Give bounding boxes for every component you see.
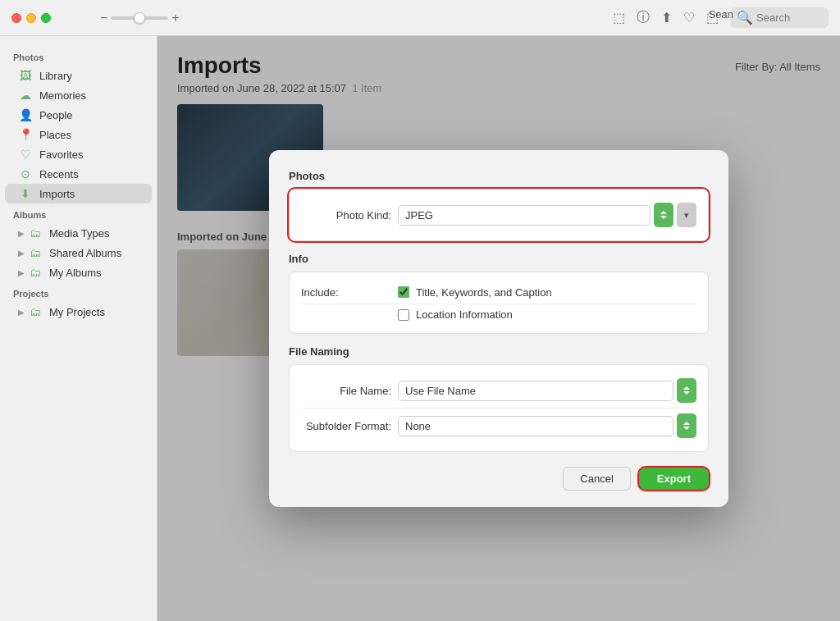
export-button[interactable]: Export <box>639 468 709 490</box>
zoom-plus-button[interactable]: + <box>171 11 179 25</box>
sidebar-section-photos: Photos <box>0 46 157 66</box>
my-albums-icon: 🗂 <box>28 266 43 279</box>
photo-kind-select[interactable]: JPEG TIFF PNG Original <box>398 205 651 226</box>
subfolder-select[interactable]: None Moment Name Date <box>398 416 673 436</box>
title-keywords-checkbox[interactable] <box>398 286 409 298</box>
file-name-row: File Name: Use File Name Sequential Date… <box>301 373 696 408</box>
sidebar-item-label: Library <box>39 70 72 82</box>
photo-kind-dropdown-arrow[interactable]: ▾ <box>677 203 696 227</box>
export-button-wrapper: Export <box>639 468 709 490</box>
file-name-select[interactable]: Use File Name Sequential Date/Time <box>398 381 673 401</box>
file-name-label: File Name: <box>301 385 391 397</box>
app-layout: Photos 🖼 Library ☁ Memories 👤 People 📍 P… <box>0 36 840 621</box>
sidebar-item-label: Recents <box>39 168 79 180</box>
media-types-icon: 🗂 <box>28 226 43 240</box>
sidebar-item-recents[interactable]: ⊙ Recents <box>5 164 152 184</box>
zoom-slider-thumb <box>134 12 145 24</box>
sidebar-item-places[interactable]: 📍 Places <box>5 125 152 144</box>
include-location-row: Location Information <box>301 304 696 325</box>
sidebar-item-people[interactable]: 👤 People <box>5 105 152 125</box>
zoom-control: − + <box>100 11 180 25</box>
places-icon: 📍 <box>18 128 33 141</box>
expand-icon: ▶ <box>18 229 25 238</box>
my-projects-icon: 🗂 <box>28 305 43 318</box>
recents-icon: ⊙ <box>18 167 33 180</box>
sidebar-item-label: My Projects <box>49 306 105 318</box>
photo-kind-box: Photo Kind: JPEG TIFF PNG Original <box>289 189 709 241</box>
include-title-row: Include: Title, Keywords, and Caption <box>301 281 696 304</box>
stepper-down-icon <box>660 216 667 219</box>
file-naming-box: File Name: Use File Name Sequential Date… <box>289 364 709 452</box>
stepper-up-icon <box>660 211 667 214</box>
cancel-button[interactable]: Cancel <box>563 467 630 491</box>
location-label: Location Information <box>416 308 513 321</box>
subfolder-select-wrapper: None Moment Name Date <box>398 413 696 438</box>
sidebar-item-label: My Albums <box>49 267 102 279</box>
info-box: Include: Title, Keywords, and Caption Lo… <box>289 272 709 334</box>
export-modal: Photos Photo Kind: JPEG TIFF PNG Origina… <box>269 150 728 507</box>
subfolder-row: Subfolder Format: None Moment Name Date <box>301 408 696 443</box>
subfolder-stepper[interactable] <box>677 413 696 438</box>
sidebar-section-albums: Albums <box>0 203 157 223</box>
photo-kind-label: Photo Kind: <box>301 209 391 221</box>
main-content: Imports Imported on June 28, 2022 at 15:… <box>158 36 840 621</box>
modal-photos-section: Photos Photo Kind: JPEG TIFF PNG Origina… <box>289 170 709 241</box>
modal-overlay: Photos Photo Kind: JPEG TIFF PNG Origina… <box>158 36 840 621</box>
close-button[interactable] <box>11 13 21 23</box>
info-icon[interactable]: ⓘ <box>637 9 650 26</box>
share-icon[interactable]: ⬆ <box>661 10 672 25</box>
sidebar-item-label: Memories <box>39 89 86 102</box>
sidebar-item-label: Imports <box>39 188 75 200</box>
file-name-select-wrapper: Use File Name Sequential Date/Time <box>398 378 696 403</box>
sidebar-item-my-projects[interactable]: ▶ 🗂 My Projects <box>5 302 152 322</box>
library-icon: 🖼 <box>18 69 33 82</box>
display-icon[interactable]: ⬚ <box>613 10 625 25</box>
traffic-lights <box>0 13 51 23</box>
shared-albums-icon: 🗂 <box>28 246 43 259</box>
title-keywords-label: Title, Keywords, and Caption <box>416 286 552 299</box>
modal-info-section: Info Include: Title, Keywords, and Capti… <box>289 253 709 334</box>
photo-kind-stepper[interactable] <box>654 203 673 227</box>
search-bar[interactable]: 🔍 <box>730 7 829 28</box>
sidebar-item-label: Favorites <box>39 148 83 161</box>
sidebar-item-shared-albums[interactable]: ▶ 🗂 Shared Albums <box>5 243 152 263</box>
user-display: Sean <box>709 8 733 21</box>
stepper-down-icon <box>683 427 690 430</box>
sidebar-item-favorites[interactable]: ♡ Favorites <box>5 144 152 164</box>
location-checkbox[interactable] <box>398 309 409 321</box>
favorites-icon: ♡ <box>18 148 33 161</box>
sidebar-item-label: Media Types <box>49 227 109 240</box>
stepper-up-icon <box>683 422 690 425</box>
expand-icon: ▶ <box>18 308 25 317</box>
modal-file-naming-section: File Naming File Name: Use File Name Seq… <box>289 345 709 452</box>
info-section-header: Info <box>289 253 709 265</box>
sidebar-item-label: Places <box>39 129 71 141</box>
file-naming-section-header: File Naming <box>289 345 709 358</box>
expand-icon: ▶ <box>18 268 25 277</box>
stepper-up-icon <box>683 386 690 390</box>
sidebar-item-label: People <box>39 109 72 121</box>
photo-kind-row: Photo Kind: JPEG TIFF PNG Original <box>301 198 696 232</box>
sidebar-item-library[interactable]: 🖼 Library <box>5 66 152 85</box>
sidebar-item-imports[interactable]: ⬇ Imports <box>5 184 152 203</box>
memories-icon: ☁ <box>18 89 33 102</box>
title-bar: − + ⬚ ⓘ ⬆ ♡ ⬚ 🔍 Sean <box>0 0 840 36</box>
zoom-minus-button[interactable]: − <box>100 11 107 25</box>
search-input[interactable] <box>756 11 822 24</box>
sidebar-item-my-albums[interactable]: ▶ 🗂 My Albums <box>5 263 152 282</box>
search-icon: 🔍 <box>737 10 753 25</box>
photo-kind-select-wrapper: JPEG TIFF PNG Original ▾ <box>398 203 696 227</box>
fullscreen-button[interactable] <box>41 13 51 23</box>
zoom-slider[interactable] <box>111 16 168 20</box>
sidebar-item-memories[interactable]: ☁ Memories <box>5 85 152 105</box>
minimize-button[interactable] <box>26 13 36 23</box>
imports-icon: ⬇ <box>18 187 33 200</box>
heart-icon[interactable]: ♡ <box>683 10 695 25</box>
subfolder-label: Subfolder Format: <box>301 420 391 432</box>
photos-section-header: Photos <box>289 170 709 182</box>
file-name-stepper[interactable] <box>677 378 696 403</box>
sidebar-item-media-types[interactable]: ▶ 🗂 Media Types <box>5 223 152 243</box>
people-icon: 👤 <box>18 108 33 121</box>
expand-icon: ▶ <box>18 249 25 258</box>
modal-footer: Cancel Export <box>289 467 709 491</box>
